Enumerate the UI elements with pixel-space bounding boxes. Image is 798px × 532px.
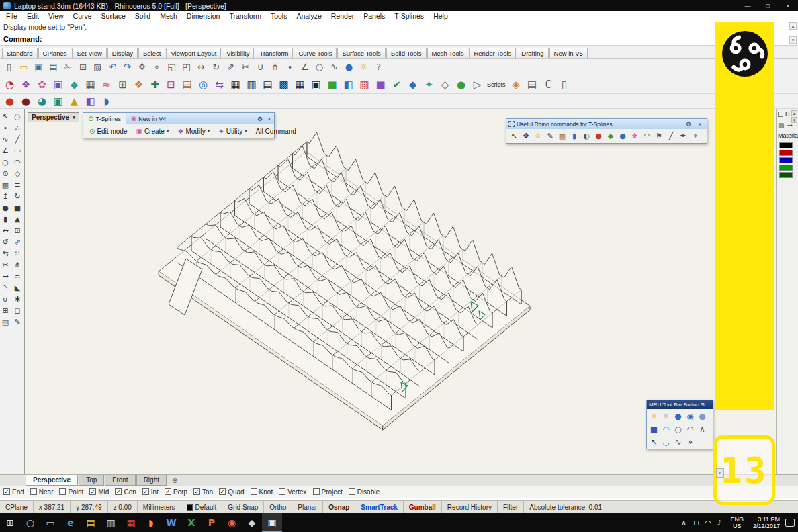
cylinder-icon[interactable]: ▮ bbox=[569, 131, 580, 142]
ts-convert-icon[interactable]: ❖ bbox=[18, 77, 34, 92]
ruler-icon[interactable]: ╱ bbox=[666, 131, 676, 142]
ts-box-icon[interactable]: ▣ bbox=[50, 77, 66, 92]
tsplines-home-icon[interactable]: ◔ bbox=[2, 77, 17, 92]
pen-2-icon[interactable]: ✒ bbox=[678, 131, 689, 142]
tsplines-button-all-command[interactable]: All Command bbox=[253, 127, 299, 136]
circle-icon[interactable]: ○ bbox=[0, 157, 11, 167]
lamp-icon[interactable]: ☼ bbox=[357, 60, 371, 74]
cone-icon[interactable]: ▲ bbox=[12, 214, 23, 224]
split-icon[interactable]: ⋔ bbox=[268, 60, 282, 74]
checkbox-disable[interactable] bbox=[349, 488, 355, 495]
ts-cage-icon[interactable]: ▤ bbox=[179, 77, 195, 92]
menu-render[interactable]: Render bbox=[326, 12, 359, 20]
polyline-icon[interactable]: ∠ bbox=[0, 145, 11, 156]
star-teal-icon[interactable]: ✦ bbox=[421, 77, 437, 92]
status-z-0-00[interactable]: z 0.00 bbox=[108, 501, 138, 513]
multipoint-icon[interactable]: ∴ bbox=[12, 122, 23, 133]
circle-icon[interactable]: ○ bbox=[672, 423, 684, 435]
checkbox-vertex[interactable] bbox=[279, 488, 285, 495]
document-icon[interactable]: ▤ bbox=[778, 122, 784, 129]
toolbar-tab-render-tools[interactable]: Render Tools bbox=[469, 48, 516, 58]
ts-weld-icon[interactable]: ✚ bbox=[147, 77, 163, 92]
minimize-button[interactable]: — bbox=[738, 0, 758, 11]
group-icon[interactable]: ⊞ bbox=[0, 305, 11, 316]
menu-solid[interactable]: Solid bbox=[130, 12, 155, 20]
new-viewport-tab-icon[interactable]: ⊕ bbox=[167, 475, 182, 486]
status-y-287-49[interactable]: y 287.49 bbox=[71, 501, 107, 513]
osnap-perp[interactable]: ✓Perp bbox=[165, 488, 187, 496]
open-file-icon[interactable]: ▭ bbox=[17, 60, 31, 74]
osnap-project[interactable]: Project bbox=[313, 488, 343, 496]
fillet-icon[interactable]: ◝ bbox=[0, 282, 11, 293]
checkbox-near[interactable] bbox=[30, 488, 37, 495]
split-icon[interactable]: ⋔ bbox=[12, 259, 23, 270]
checkbox-cen[interactable]: ✓ bbox=[115, 488, 122, 495]
scroll-down-icon[interactable]: ▼ bbox=[791, 117, 797, 123]
print-icon[interactable]: ▤ bbox=[46, 60, 60, 74]
toolbar-tab-display[interactable]: Display bbox=[107, 48, 138, 58]
maximize-button[interactable]: □ bbox=[758, 0, 778, 11]
material-swatch[interactable] bbox=[779, 142, 793, 148]
status-ortho[interactable]: Ortho bbox=[264, 501, 292, 513]
status-gumball[interactable]: Gumball bbox=[404, 501, 442, 513]
osnap-end[interactable]: ✓End bbox=[3, 488, 24, 496]
menu-help[interactable]: Help bbox=[429, 12, 453, 20]
more-icon[interactable]: » bbox=[684, 436, 696, 447]
status-record-history[interactable]: Record History bbox=[442, 501, 498, 513]
tsplines-tab-t-splines[interactable]: ⊙T-Splines bbox=[83, 113, 126, 124]
sphere-icon[interactable]: ● bbox=[0, 202, 11, 213]
status-default[interactable]: Default bbox=[181, 501, 223, 513]
ellipse-icon[interactable]: ⊙ bbox=[0, 168, 11, 179]
drop-blue-icon[interactable]: ◗ bbox=[99, 93, 114, 109]
panel-icon[interactable] bbox=[778, 112, 783, 117]
material-purple-icon[interactable]: ■ bbox=[373, 77, 388, 92]
trim-icon[interactable]: ✂ bbox=[238, 60, 253, 74]
array-icon[interactable]: ∷ bbox=[12, 248, 23, 259]
checkbox-knot[interactable] bbox=[251, 488, 257, 495]
scale-icon[interactable]: ⇗ bbox=[12, 236, 23, 247]
checkbox-perp[interactable]: ✓ bbox=[165, 488, 171, 495]
bucket-green-icon[interactable]: ▣ bbox=[50, 93, 66, 109]
display-wire-icon[interactable]: ▦ bbox=[228, 77, 243, 92]
notification-center-icon[interactable] bbox=[785, 519, 795, 527]
point-icon[interactable]: ∙ bbox=[283, 60, 297, 74]
language-indicator[interactable]: ENG US bbox=[726, 516, 748, 529]
toolbar-tab-standard[interactable]: Standard bbox=[2, 48, 38, 58]
osnap-quad[interactable]: ✓Quad bbox=[219, 488, 244, 496]
taskbar-firefox-icon[interactable]: ◗ bbox=[141, 513, 161, 532]
display-xray-icon[interactable]: ▩ bbox=[276, 77, 292, 92]
display-shaded-icon[interactable]: ▥ bbox=[244, 77, 259, 92]
viewport-tab-perspective[interactable]: Perspective bbox=[26, 475, 78, 486]
poly-gray-icon[interactable]: ◇ bbox=[437, 77, 453, 92]
copy-icon[interactable]: ⊞ bbox=[76, 60, 90, 74]
toolbar-tab-solid-tools[interactable]: Solid Tools bbox=[386, 48, 427, 58]
close-button[interactable]: × bbox=[778, 0, 798, 11]
compass-icon[interactable]: ⌖ bbox=[690, 131, 701, 142]
caret-icon[interactable]: ∧ bbox=[697, 423, 708, 435]
toolbar-tab-visibility[interactable]: Visibility bbox=[222, 48, 254, 58]
bulb-on-icon[interactable]: ☼ bbox=[648, 410, 660, 422]
toolbar-tab-cplanes[interactable]: CPlanes bbox=[38, 48, 72, 58]
zoom-dynamic-icon[interactable]: ⌖ bbox=[150, 60, 164, 74]
page-icon[interactable]: ▯ bbox=[557, 77, 572, 92]
useful-commands-titlebar[interactable]: Useful Rhino commands for T-Splines ⚙ × bbox=[506, 119, 707, 129]
spheres-blue-icon[interactable]: ◉ bbox=[684, 410, 696, 422]
check-green-icon[interactable]: ✔ bbox=[389, 77, 404, 92]
scroll-down-icon[interactable]: ▼ bbox=[789, 36, 797, 44]
toolbar-tab-curve-tools[interactable]: Curve Tools bbox=[294, 48, 337, 58]
cube-blue-icon[interactable]: ■ bbox=[648, 423, 660, 435]
curve-icon[interactable]: ∿ bbox=[672, 436, 684, 447]
gem-blue-icon[interactable]: ◆ bbox=[405, 77, 420, 92]
redo-icon[interactable]: ↷ bbox=[120, 60, 134, 74]
menu-mesh[interactable]: Mesh bbox=[155, 12, 182, 20]
history-scrollbar[interactable]: ▲ ▼ bbox=[789, 22, 797, 44]
ts-crease-icon[interactable]: ✿ bbox=[34, 77, 50, 92]
ts-bevel-icon[interactable]: ❖ bbox=[131, 77, 146, 92]
display-blue-icon[interactable]: ◧ bbox=[341, 77, 356, 92]
scale-icon[interactable]: ⇗ bbox=[224, 60, 238, 74]
mirror-icon[interactable]: ⇆ bbox=[0, 248, 11, 259]
menu-t-splines[interactable]: T-Splines bbox=[390, 12, 429, 20]
checkbox-project[interactable] bbox=[313, 488, 320, 495]
command-input[interactable]: Command: bbox=[0, 34, 798, 46]
rotate-icon[interactable]: ↺ bbox=[0, 236, 11, 247]
